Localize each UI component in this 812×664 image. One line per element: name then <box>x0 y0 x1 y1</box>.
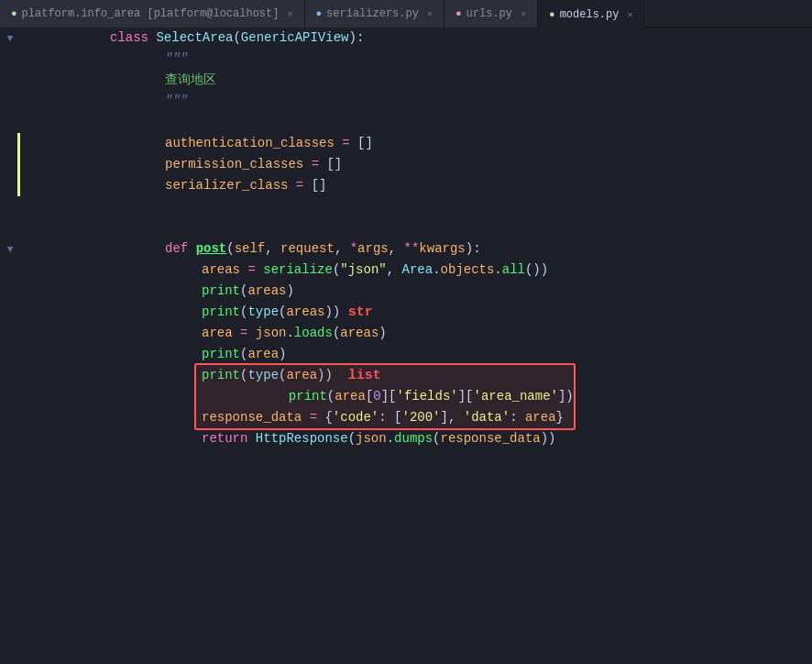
tab-close-models[interactable]: ✕ <box>627 9 632 20</box>
code-line-9 <box>26 196 812 217</box>
models-icon: ● <box>549 9 555 20</box>
code-line-20: return HttpResponse(json.dumps(response_… <box>26 428 812 449</box>
fold-arrow-1[interactable]: ▼ <box>7 33 14 44</box>
tab-serializers[interactable]: ● serializers.py ✕ <box>305 0 444 28</box>
code-line-4: """ <box>26 91 812 112</box>
tab-models[interactable]: ● models.py ✕ <box>538 0 644 28</box>
editor-window: ● platform.info_area [platform@localhost… <box>0 0 812 664</box>
editor-body: ▼ ▼ class SelectArea(GenericAPIView): <box>0 28 812 664</box>
urls-icon: ● <box>455 8 462 19</box>
gutter-left: ▼ ▼ <box>0 28 20 664</box>
tab-close-serializers[interactable]: ✕ <box>427 8 433 19</box>
platform-icon: ● <box>11 8 17 19</box>
serializers-icon: ● <box>316 8 323 19</box>
tab-bar: ● platform.info_area [platform@localhost… <box>0 0 812 28</box>
code-line-8: serializer_class = [] <box>26 175 812 196</box>
tab-close-urls[interactable]: ✕ <box>521 8 526 19</box>
tab-platform[interactable]: ● platform.info_area [platform@localhost… <box>0 0 305 28</box>
fold-arrow-2[interactable]: ▼ <box>7 244 14 255</box>
tab-urls[interactable]: ● urls.py ✕ <box>444 0 538 28</box>
code-editor[interactable]: class SelectArea(GenericAPIView): """ 查询… <box>20 28 812 664</box>
tab-close-platform[interactable]: ✕ <box>287 8 292 19</box>
